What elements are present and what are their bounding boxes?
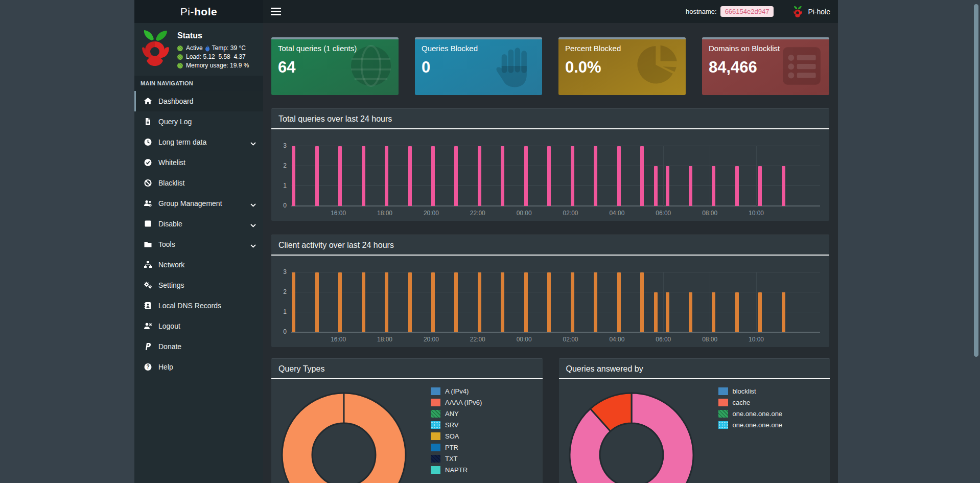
chart-bar[interactable] xyxy=(735,166,739,206)
box-header: Query Types xyxy=(271,359,543,379)
chart-bar[interactable] xyxy=(758,292,762,332)
chart-bar[interactable] xyxy=(385,272,388,332)
legend-item[interactable]: AAAA (IPv6) xyxy=(431,399,482,406)
chart-bar[interactable] xyxy=(362,272,365,332)
network-icon xyxy=(144,261,152,269)
chart-bar[interactable] xyxy=(547,146,551,206)
chart-bar[interactable] xyxy=(478,146,481,206)
sidebar-item-local-dns-records[interactable]: Local DNS Records xyxy=(134,295,263,316)
ban-icon xyxy=(144,179,152,187)
legend-item[interactable]: TXT xyxy=(431,455,482,463)
legend-item[interactable]: NAPTR xyxy=(431,466,482,474)
chart-bar[interactable] xyxy=(408,146,412,206)
donut-svg[interactable] xyxy=(569,392,696,483)
chart-bar[interactable] xyxy=(689,292,692,332)
legend-item[interactable]: SOA xyxy=(431,432,482,440)
chart-bar[interactable] xyxy=(617,146,621,206)
page-scrollbar-thumb[interactable] xyxy=(974,4,978,357)
chart-bar[interactable] xyxy=(782,166,785,206)
chart-bar[interactable] xyxy=(640,146,644,206)
chart-bar[interactable] xyxy=(501,272,504,332)
chart-bar[interactable] xyxy=(408,272,412,332)
sidebar-item-help[interactable]: ?Help xyxy=(134,357,263,377)
users-gear-icon xyxy=(144,199,152,208)
chart-bar[interactable] xyxy=(431,272,435,332)
chart-bar[interactable] xyxy=(654,292,658,332)
sidebar-item-logout[interactable]: Logout xyxy=(134,316,263,336)
chart-bar[interactable] xyxy=(571,146,574,206)
chart-bar[interactable] xyxy=(478,272,481,332)
sidebar-item-network[interactable]: Network xyxy=(134,255,263,275)
total-queries-chart-canvas[interactable]: 321016:0018:0020:0022:0000:0002:0004:000… xyxy=(291,146,820,206)
chevron-down-icon xyxy=(250,241,256,249)
chart-bar[interactable] xyxy=(689,166,692,206)
sidebar-item-donate[interactable]: Donate xyxy=(134,336,263,357)
chart-bar[interactable] xyxy=(666,292,669,332)
card-value: 0.0% xyxy=(558,53,686,77)
y-axis-tick-label: 3 xyxy=(273,268,287,275)
chart-bar[interactable] xyxy=(712,166,715,206)
status-info: Status Active Temp: 39 °C Load: 5.12 5.5… xyxy=(177,29,249,71)
chart-bar[interactable] xyxy=(362,146,365,206)
chart-bar[interactable] xyxy=(385,146,388,206)
sidebar-item-whitelist[interactable]: Whitelist xyxy=(134,152,263,173)
legend-item[interactable]: cache xyxy=(718,399,783,406)
gears-icon xyxy=(144,281,152,289)
chart-bar[interactable] xyxy=(315,272,319,332)
x-axis-tick-label: 02:00 xyxy=(563,210,578,217)
client-activity-chart-canvas[interactable]: 321016:0018:0020:0022:0000:0002:0004:000… xyxy=(291,272,820,332)
chart-bar[interactable] xyxy=(292,272,295,332)
chart-bar[interactable] xyxy=(431,146,435,206)
chart-bar[interactable] xyxy=(782,292,785,332)
summary-cards-row: Total queries (1 clients)64Queries Block… xyxy=(271,37,830,95)
screen: { "topbar": { "hostname_label": "hostnam… xyxy=(0,0,980,483)
chart-bar[interactable] xyxy=(292,146,295,206)
svg-text:?: ? xyxy=(146,364,149,370)
legend-item[interactable]: one.one.one.one xyxy=(718,421,783,429)
sidebar-item-dashboard[interactable]: Dashboard xyxy=(134,91,263,111)
sidebar-item-blacklist[interactable]: Blacklist xyxy=(134,173,263,193)
sidebar-item-disable[interactable]: Disable xyxy=(134,214,263,234)
chart-bar[interactable] xyxy=(524,272,528,332)
chart-bar[interactable] xyxy=(315,146,319,206)
legend-item[interactable]: blocklist xyxy=(718,387,783,395)
sidebar-item-settings[interactable]: Settings xyxy=(134,275,263,295)
chart-bar[interactable] xyxy=(758,166,762,206)
chart-bar[interactable] xyxy=(454,272,458,332)
sidebar-item-query-log[interactable]: Query Log xyxy=(134,111,263,132)
chart-bar[interactable] xyxy=(617,272,621,332)
sidebar-item-label: Long term data xyxy=(158,138,206,146)
chart-bar[interactable] xyxy=(571,272,574,332)
chart-bar[interactable] xyxy=(735,292,739,332)
paypal-icon xyxy=(144,342,152,351)
chart-bar[interactable] xyxy=(594,146,597,206)
chart-bar[interactable] xyxy=(654,166,658,206)
chart-bar[interactable] xyxy=(594,272,597,332)
hamburger-menu-icon[interactable] xyxy=(271,8,281,15)
donut-svg[interactable] xyxy=(281,392,409,483)
box-title: Queries answered by xyxy=(566,364,643,373)
legend-item[interactable]: ANY xyxy=(431,410,482,418)
legend-label: TXT xyxy=(445,455,458,463)
card-title: Domains on Blocklist xyxy=(702,39,829,53)
chart-bar[interactable] xyxy=(338,272,342,332)
chart-bar[interactable] xyxy=(666,166,669,206)
chart-bar[interactable] xyxy=(547,272,551,332)
status-load-label: Load: xyxy=(186,53,201,60)
sidebar-item-label: Network xyxy=(158,261,184,269)
legend-item[interactable]: A (IPv4) xyxy=(431,387,482,395)
chart-bar[interactable] xyxy=(454,146,458,206)
legend-item[interactable]: PTR xyxy=(431,444,482,451)
legend-item[interactable]: one.one.one.one xyxy=(718,410,783,418)
chart-bar[interactable] xyxy=(524,146,528,206)
x-axis-tick-label: 08:00 xyxy=(702,336,717,343)
sidebar-item-label: Settings xyxy=(158,281,184,289)
chart-bar[interactable] xyxy=(338,146,342,206)
chart-bar[interactable] xyxy=(501,146,504,206)
legend-item[interactable]: SRV xyxy=(431,421,482,429)
sidebar-item-group-management[interactable]: Group Management xyxy=(134,193,263,214)
chart-bar[interactable] xyxy=(712,292,715,332)
sidebar-item-tools[interactable]: Tools xyxy=(134,234,263,255)
sidebar-item-long-term-data[interactable]: Long term data xyxy=(134,132,263,152)
chart-bar[interactable] xyxy=(640,272,644,332)
